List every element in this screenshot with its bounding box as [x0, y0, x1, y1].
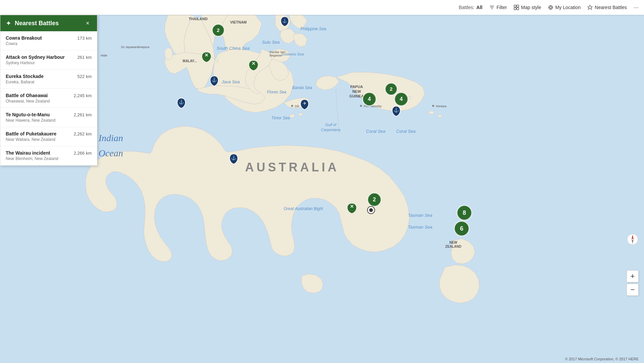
svg-text:Male: Male: [101, 54, 107, 57]
battle-list-item[interactable]: Cowra Breakout 173 km Cowra: [0, 31, 97, 50]
battle-distance: 522 km: [77, 74, 92, 79]
svg-point-1: [289, 114, 295, 118]
svg-text:6: 6: [460, 225, 463, 232]
svg-text:AUSTRALIA: AUSTRALIA: [245, 160, 339, 174]
battle-name: Battle of Ohaeawai: [6, 93, 71, 98]
battle-list-item[interactable]: Te Ngutu-o-te-Manu 2,261 km Near Hawera,…: [0, 108, 97, 127]
svg-text:GUINEA: GUINEA: [350, 94, 364, 98]
battle-name: Cowra Breakout: [6, 35, 75, 41]
map-controls: + −: [627, 270, 639, 296]
svg-text:Java Sea: Java Sea: [221, 79, 240, 84]
svg-text:Flores Sea: Flores Sea: [267, 90, 286, 94]
panel-close-button[interactable]: ×: [84, 19, 92, 27]
svg-text:Ocean: Ocean: [98, 148, 123, 158]
nearest-battles-button[interactable]: Nearest Battles: [587, 5, 627, 10]
battle-location: Ohaeawai, New Zealand: [6, 99, 92, 104]
map-style-icon: [514, 5, 519, 10]
my-location-icon: [548, 5, 553, 10]
svg-point-76: [550, 6, 552, 8]
battles-label: Battles:: [459, 5, 474, 10]
svg-text:Tasman Sea: Tasman Sea: [408, 225, 432, 230]
svg-text:⚓: ⚓: [394, 107, 399, 113]
battle-location: Cowra: [6, 41, 92, 46]
svg-rect-72: [514, 5, 516, 7]
zoom-out-button[interactable]: −: [627, 284, 639, 296]
panel-title-area: ✦ Nearest Battles: [6, 19, 59, 27]
svg-text:2: 2: [373, 197, 376, 202]
zoom-in-button[interactable]: +: [627, 270, 639, 282]
battle-location: Near Waitara, New Zealand: [6, 137, 92, 142]
battle-list-item[interactable]: The Wairau incident 2,266 km Near Blenhe…: [0, 146, 97, 165]
svg-text:Sri Jayawardenepura: Sri Jayawardenepura: [121, 45, 149, 49]
battle-distance: 2,266 km: [74, 151, 92, 156]
svg-text:✕: ✕: [204, 52, 209, 58]
map-style-button[interactable]: Map style: [514, 5, 541, 10]
svg-text:Philippine Sea: Philippine Sea: [301, 27, 326, 31]
battle-name: Battle of Puketakauere: [6, 131, 71, 136]
svg-text:✈: ✈: [303, 101, 307, 106]
svg-text:VIETNAM: VIETNAM: [230, 20, 247, 24]
svg-text:Indian: Indian: [98, 133, 123, 143]
svg-point-5: [438, 115, 442, 117]
svg-text:Coral Sea: Coral Sea: [366, 129, 385, 134]
copyright: © 2017 Microsoft Corporation, © 2017 HER…: [565, 357, 639, 361]
battle-location: Eureka, Ballarat: [6, 80, 92, 84]
svg-text:4: 4: [400, 96, 403, 102]
svg-text:NEW: NEW: [352, 89, 361, 93]
compass: [627, 233, 639, 245]
svg-text:THAILAND: THAILAND: [189, 17, 208, 21]
battle-list-item[interactable]: Attack on Sydney Harbour 261 km Sydney H…: [0, 50, 97, 70]
svg-text:Banda Sea: Banda Sea: [292, 85, 312, 90]
filter-button[interactable]: Filter: [489, 5, 507, 10]
svg-point-3: [165, 48, 173, 60]
battle-distance: 2,245 km: [74, 93, 92, 98]
battle-distance: 2,262 km: [74, 131, 92, 136]
battles-all[interactable]: All: [476, 5, 482, 10]
svg-text:PAPUA: PAPUA: [350, 85, 363, 89]
svg-text:Dili: Dili: [295, 105, 299, 108]
svg-text:⚓: ⚓: [231, 155, 237, 161]
svg-rect-73: [517, 5, 519, 7]
svg-text:2: 2: [390, 86, 393, 92]
svg-point-34: [291, 105, 293, 107]
svg-point-36: [360, 105, 362, 107]
battle-list-item[interactable]: Battle of Puketakauere 2,262 km Near Wai…: [0, 127, 97, 146]
svg-text:NEW: NEW: [449, 241, 457, 244]
svg-text:ZEALAND: ZEALAND: [445, 245, 461, 248]
more-button[interactable]: ···: [634, 4, 639, 11]
svg-point-38: [432, 105, 434, 107]
svg-text:Coral Sea: Coral Sea: [396, 129, 416, 134]
battle-name: Te Ngutu-o-te-Manu: [6, 112, 71, 117]
svg-rect-75: [517, 8, 519, 10]
svg-text:8: 8: [463, 209, 466, 216]
svg-text:⚓: ⚓: [179, 99, 184, 105]
panel-header: ✦ Nearest Battles ×: [0, 15, 97, 31]
svg-text:⚓: ⚓: [282, 18, 287, 23]
svg-point-2: [298, 113, 303, 116]
nearest-battles-icon: [587, 5, 593, 10]
battle-location: Near Hawera, New Zealand: [6, 118, 92, 123]
battle-list-item[interactable]: Battle of Ohaeawai 2,245 km Ohaeawai, Ne…: [0, 89, 97, 108]
svg-text:MALAY...: MALAY...: [183, 59, 197, 63]
svg-marker-82: [588, 5, 592, 9]
my-location-button[interactable]: My Location: [548, 5, 581, 10]
battle-distance: 173 km: [77, 36, 92, 41]
panel-title: Nearest Battles: [15, 20, 59, 27]
battle-distance: 261 km: [77, 55, 92, 60]
nearest-battles-panel: ✦ Nearest Battles × Cowra Breakout 173 k…: [0, 15, 97, 166]
battle-name: Eureka Stockade: [6, 74, 75, 79]
svg-point-6: [408, 96, 411, 99]
svg-text:Begawan: Begawan: [270, 54, 282, 57]
battle-name: The Wairau incident: [6, 150, 71, 156]
svg-text:⚓: ⚓: [212, 77, 217, 83]
svg-text:4: 4: [368, 96, 371, 102]
battle-list-item[interactable]: Eureka Stockade 522 km Eureka, Ballarat: [0, 70, 97, 89]
panel-list: Cowra Breakout 173 km Cowra Attack on Sy…: [0, 31, 97, 165]
topbar: Battles: All Filter Map style My Locatio…: [0, 0, 644, 15]
more-dots-icon: ···: [634, 4, 639, 11]
svg-text:Gulf of: Gulf of: [325, 123, 336, 127]
svg-text:South China Sea: South China Sea: [217, 46, 249, 51]
svg-text:✕: ✕: [350, 204, 354, 209]
svg-text:2: 2: [217, 27, 220, 33]
svg-text:Sulu Sea: Sulu Sea: [262, 40, 280, 45]
